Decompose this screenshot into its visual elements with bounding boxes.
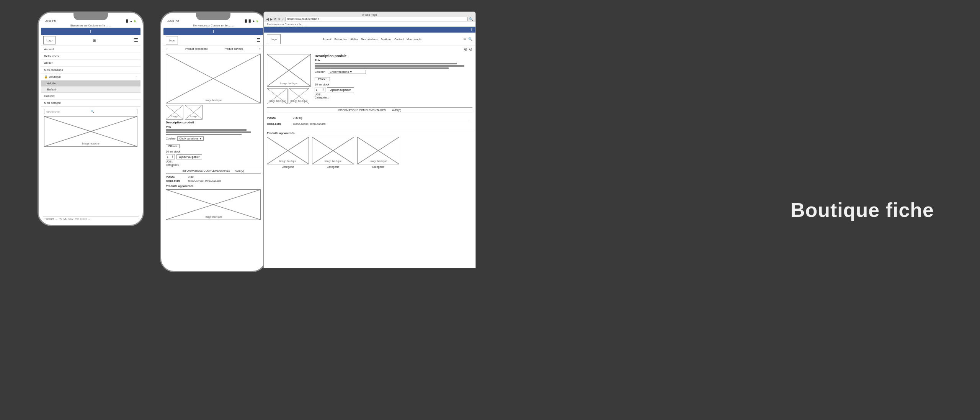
browser-search-icon[interactable]: 🔍: [468, 37, 472, 41]
phone1-nav-mon-compte[interactable]: Mon compte: [41, 100, 140, 107]
browser-info-bar: INFORMATIONS COMPLEMENTAIRES AVIS(0): [267, 107, 472, 113]
browser-fb-icon: f: [471, 28, 472, 32]
phone2-stock: 10 en stock: [166, 150, 261, 153]
phone1-footer-pc[interactable]: PC: [59, 218, 62, 220]
browser-nav-accueil[interactable]: Accueil: [323, 38, 332, 41]
browser-zoom-out-icon[interactable]: ⊖: [469, 47, 472, 52]
browser-page-banner: Bienvenue sur Couture en île ... ...: [264, 22, 475, 27]
browser-add-cart-btn[interactable]: Ajouter au panier: [327, 87, 354, 92]
phone2-status-icons: ▐▌▐▌ ▲ 🔋: [244, 20, 259, 23]
browser-mail-icon[interactable]: ✉: [464, 37, 467, 41]
browser-produit-item2: Image boutique Catégorie: [312, 137, 354, 169]
browser-nav-mes-creations[interactable]: Mes créations: [361, 38, 378, 41]
browser-produits-row: Image boutique Catégorie Image boutique …: [264, 136, 475, 170]
phone2-screen: 03:35 PM ▐▌▐▌ ▲ 🔋 Bienvenue sur Couture …: [163, 19, 263, 267]
browser-controls: ◀ ▶ ↺ ✕ ⌂ 🔍: [266, 17, 473, 21]
browser-search-btn[interactable]: 🔍: [469, 17, 473, 21]
browser-nav-contact[interactable]: Contact: [394, 38, 403, 41]
phone1-nav-accueil[interactable]: Accueil: [41, 46, 140, 53]
browser-forward-btn[interactable]: ▶: [270, 17, 273, 21]
browser-home-btn[interactable]: ⌂: [282, 17, 284, 21]
browser-poids-value: 0,30 kg: [293, 116, 302, 120]
phone2-add-cart-btn[interactable]: Ajouter au panier: [176, 154, 202, 159]
browser-avis-label[interactable]: AVIS(0): [392, 109, 401, 112]
phone2-notch: [196, 13, 230, 20]
phone1-logo: Logo: [43, 36, 56, 44]
browser-info-comp-label[interactable]: INFORMATIONS COMPLEMENTAIRES: [338, 109, 386, 112]
browser-effacer-btn[interactable]: Effacer: [315, 77, 330, 81]
phone1-hamburger-icon[interactable]: ☰: [134, 38, 138, 43]
browser-couleur-select[interactable]: Choix variations ▼: [328, 70, 366, 74]
browser-price-lines: [315, 63, 472, 69]
phone2-couleur-select[interactable]: Choix variations ▼: [177, 136, 204, 141]
phone2-body: 03:35 PM ▐▌▐▌ ▲ 🔋 Bienvenue sur Couture …: [160, 11, 266, 272]
browser-nav-atelier[interactable]: Atelier: [350, 38, 358, 41]
browser-close-btn[interactable]: ✕: [278, 17, 281, 21]
phone2-couleur-row2: COULEUR Blanc-cassé, Bleu-canard: [166, 179, 261, 183]
phone1-fb-bar: f: [41, 28, 140, 35]
browser-container: A Web Page ◀ ▶ ↺ ✕ ⌂ 🔍 Bienvenue sur Cou…: [263, 11, 476, 272]
phone2-container: 03:35 PM ▐▌▐▌ ▲ 🔋 Bienvenue sur Couture …: [160, 11, 266, 272]
phone1-boutique-label: 🔒 Boutique: [44, 75, 61, 79]
phone2-avis-label[interactable]: AVIS(0): [235, 169, 244, 172]
phone1-nav-enfant[interactable]: Enfant: [41, 87, 140, 93]
browser-reload-btn[interactable]: ↺: [274, 17, 277, 21]
phone2-couleur-label: Couleur: [166, 137, 176, 140]
browser-title-text: A Web Page: [362, 13, 377, 16]
browser-url-bar[interactable]: [285, 17, 468, 21]
browser-qty-box[interactable]: 1 ⇕: [315, 87, 325, 92]
phone1-body: 05:08 PM ▐▌ ▲ 🔋 Bienvenue sur Couture en…: [38, 11, 144, 226]
phone1-status-icons: ▐▌ ▲ 🔋: [125, 20, 137, 23]
phone1-nav-atelier[interactable]: Atelier: [41, 60, 140, 67]
phone1-boutique-arrow: −: [136, 75, 137, 79]
phone1-footer: Copyright ... PC ML CGV Plan de site ...: [41, 216, 140, 221]
phone2-effacer-btn[interactable]: Effacer: [166, 144, 180, 148]
phone2-qty-box[interactable]: 1 ⇕: [166, 154, 175, 159]
browser-nav-boutique[interactable]: Boutique: [381, 38, 392, 41]
phone1-nav-mes-creations[interactable]: Mes créations: [41, 67, 140, 74]
browser-page-banner-text: Bienvenue sur Couture en île ... ...: [267, 23, 307, 26]
browser-produit-item3: Image boutique Catégorie: [357, 137, 399, 169]
phone2-main-image-label: Image boutique: [166, 99, 260, 102]
browser-stock: 10 en stock: [315, 83, 472, 86]
phone2-couleur-row: Couleur Choix variations ▼: [166, 136, 261, 141]
browser-main-img-label: Image boutique: [267, 82, 310, 85]
phone2-main-image: Image boutique: [166, 54, 261, 103]
phone1-nav-boutique[interactable]: 🔒 Boutique −: [41, 74, 140, 80]
phone2-next-label[interactable]: Produit suivant: [224, 47, 243, 51]
phone2-next-icon[interactable]: +: [259, 47, 261, 51]
phone2-produits-title: Produits apparentés: [166, 184, 261, 188]
phone2-prev-icon[interactable]: ←: [166, 47, 169, 51]
browser-poids-label: POIDS: [267, 116, 290, 120]
browser-product-area: Image boutique Image boutique Image bout…: [264, 52, 475, 106]
browser-nav-mon-compte[interactable]: Mon compte: [407, 38, 421, 41]
browser-qty-value: 1: [316, 89, 317, 91]
browser-titlebar: A Web Page: [266, 13, 473, 16]
phone2-hamburger-icon[interactable]: ☰: [256, 38, 261, 43]
phone1-footer-cgv[interactable]: CGV: [68, 218, 73, 220]
phone2-info-comp-label[interactable]: INFORMATIONS COMPLEMENTAIRES: [183, 169, 230, 172]
browser-logo: Logo: [267, 34, 281, 44]
phone1-footer-plan[interactable]: Plan de site: [75, 218, 87, 220]
browser-nav-links: Accueil Retouches Atelier Mes créations …: [323, 38, 421, 41]
browser-thumb1: Image boutique: [267, 88, 287, 104]
phone1-nav-contact[interactable]: Contact: [41, 93, 140, 100]
phone1-retouche-image: Image retouche: [44, 116, 137, 147]
phone2-couleur-value2: Blanc-cassé, Bleu-canard: [188, 179, 220, 183]
phone1-time: 05:08 PM: [45, 20, 56, 23]
page-label: Boutique fiche: [791, 199, 934, 221]
browser-nav-retouches[interactable]: Retouches: [335, 38, 347, 41]
phone1-footer-ml[interactable]: ML: [64, 218, 67, 220]
phone1-search[interactable]: Rechercher 🔍: [44, 109, 137, 114]
phone1-nav-retouches[interactable]: Retouches: [41, 53, 140, 60]
phone1-nav-adulte[interactable]: Adulte: [41, 80, 140, 87]
phone1-fb-icon: f: [90, 29, 91, 34]
browser-page-fb: f: [264, 27, 475, 33]
phone1-nav-submenu: Adulte Enfant: [41, 80, 140, 93]
phone2-desc-title: Description produit: [166, 121, 261, 124]
browser-back-btn[interactable]: ◀: [266, 17, 269, 21]
phone2-prev-label[interactable]: Produit précédent: [185, 47, 207, 51]
browser-thumb2: Image boutique: [289, 88, 309, 104]
browser-zoom-in-icon[interactable]: ⊕: [464, 47, 467, 52]
browser-produit-img1: Image boutique: [267, 137, 309, 164]
